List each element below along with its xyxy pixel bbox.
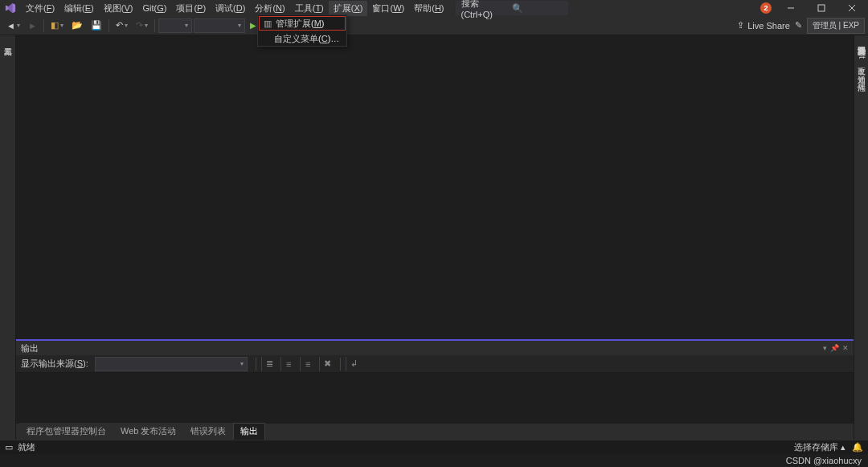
toolbox-tab[interactable]: 工具箱 [2,39,14,45]
properties-tab[interactable]: 属性 [856,76,867,79]
undo-button[interactable]: ↶▾ [113,18,131,34]
status-repo-picker[interactable]: 选择存储库 ▴ [794,441,845,453]
chevron-left-icon: ◄ [6,21,15,31]
save-icon: 💾 [91,20,102,31]
output-panel-title: 输出 [21,342,39,354]
output-panel-header: 输出 ▾ 📌 ✕ [16,341,854,355]
nav-back-button[interactable]: ◄▾ [3,18,23,34]
notifications-tab[interactable]: 通知 [856,68,867,71]
output-source-combo[interactable]: ▾ [95,357,248,371]
output-find-message-button[interactable]: ≣ [261,357,277,371]
git-changes-tab[interactable]: Git 更改 [856,47,867,63]
tab-output[interactable]: 输出 [233,423,265,440]
panel-pin-icon[interactable]: 📌 [830,344,839,352]
notification-badge[interactable]: 2 [760,2,772,14]
svg-rect-0 [818,5,825,11]
bottom-tool-tabs: 程序包管理器控制台 Web 发布活动 错误列表 输出 [16,424,854,440]
maximize-button[interactable] [810,1,833,15]
status-ready-text: 就绪 [18,441,35,453]
chevron-right-icon: ► [28,21,37,31]
menu-window[interactable]: 窗口(W) [367,1,409,16]
menu-tools[interactable]: 工具(T) [290,1,329,16]
feedback-icon[interactable]: ✎ [795,20,802,31]
output-panel: 输出 ▾ 📌 ✕ 显示输出来源(S): ▾ ≣ ≡ ≡ ✖ ↲ 程序包管理器控制… [16,339,854,440]
dropdown-manage-extensions[interactable]: ▥ 管理扩展(M) [259,16,346,31]
left-dock: 工具箱 [0,35,16,440]
output-prev-button[interactable]: ≡ [280,357,297,371]
main-toolbar: ◄▾ ► ◧▾ 📂 💾 ↶▾ ↷▾ ▾ ▾ ▶ 附加…▾ ⇪ Live Shar… [0,16,868,35]
menu-edit[interactable]: 编辑(E) [59,1,99,16]
search-icon: 🔍 [512,3,563,14]
live-share-button[interactable]: ⇪ Live Share [737,20,790,31]
dropdown-custom-menu[interactable]: 自定义菜单(C)… [258,31,346,46]
menu-help[interactable]: 帮助(H) [409,1,448,16]
output-source-label: 显示输出来源(S): [21,358,88,370]
output-word-wrap-button[interactable]: ↲ [346,357,362,371]
vs-logo-icon [5,2,16,14]
extensions-dropdown: ▥ 管理扩展(M) 自定义菜单(C)… [257,14,347,47]
extension-icon: ▥ [262,18,273,29]
save-button[interactable]: 💾 [88,18,105,34]
panel-dropdown-icon[interactable]: ▾ [823,344,827,352]
menu-project[interactable]: 项目(P) [171,1,211,16]
watermark: CSDN @xiaohucxy [786,454,862,467]
solution-config-combo[interactable]: ▾ [158,18,192,33]
admin-exp-button[interactable]: 管理员 | EXP [807,18,865,34]
minimize-button[interactable] [780,1,802,15]
status-window-icon: ▭ [5,442,13,453]
global-search-input[interactable]: 搜索 (Ctrl+Q) 🔍 [456,1,568,15]
menu-git[interactable]: Git(G) [137,2,171,14]
watermark-text: CSDN @xiaohucxy [786,456,862,465]
redo-icon: ↷ [136,20,143,31]
separator [340,358,341,371]
menu-extensions[interactable]: 扩展(X) [329,1,368,16]
search-placeholder: 搜索 (Ctrl+Q) [461,0,512,19]
main-area: 输出 ▾ 📌 ✕ 显示输出来源(S): ▾ ≣ ≡ ≡ ✖ ↲ 程序包管理器控制… [16,35,854,440]
new-project-icon: ◧ [51,20,59,31]
solution-explorer-tab[interactable]: 解决方案资源管理器 [856,39,867,42]
separator [256,358,256,371]
menu-debug[interactable]: 调试(D) [211,1,250,16]
close-button[interactable] [841,1,863,15]
status-bar: ▭ 就绪 选择存储库 ▴ 🔔 [0,440,868,454]
output-panel-toolbar: 显示输出来源(S): ▾ ≣ ≡ ≡ ✖ ↲ [16,355,854,373]
titlebar: 文件(F) 编辑(E) 视图(V) Git(G) 项目(P) 调试(D) 分析(… [0,0,868,16]
live-share-icon: ⇪ [737,20,744,31]
new-project-button[interactable]: ◧▾ [47,18,67,34]
tab-error-list[interactable]: 错误列表 [183,423,233,440]
editor-area [16,35,854,339]
separator [154,19,155,32]
nav-forward-button[interactable]: ► [25,18,40,34]
separator [43,19,44,32]
right-dock: 解决方案资源管理器 Git 更改 通知 属性 [854,35,868,440]
output-next-button[interactable]: ≡ [300,357,316,371]
menu-analyze[interactable]: 分析(N) [250,1,289,16]
undo-icon: ↶ [116,20,123,31]
status-bell-icon[interactable]: 🔔 [852,442,863,453]
redo-button[interactable]: ↷▾ [133,18,151,34]
play-icon: ▶ [250,21,256,30]
open-folder-icon: 📂 [72,20,83,31]
tab-package-manager-console[interactable]: 程序包管理器控制台 [19,423,113,440]
open-button[interactable]: 📂 [68,18,86,34]
output-clear-button[interactable]: ✖ [319,357,335,371]
menu-view[interactable]: 视图(V) [99,1,138,16]
panel-close-icon[interactable]: ✕ [842,344,849,352]
tab-web-publish[interactable]: Web 发布活动 [113,423,183,440]
output-panel-body[interactable] [16,373,854,424]
menu-file[interactable]: 文件(F) [21,1,59,16]
solution-platform-combo[interactable]: ▾ [194,18,245,33]
separator [108,19,109,32]
